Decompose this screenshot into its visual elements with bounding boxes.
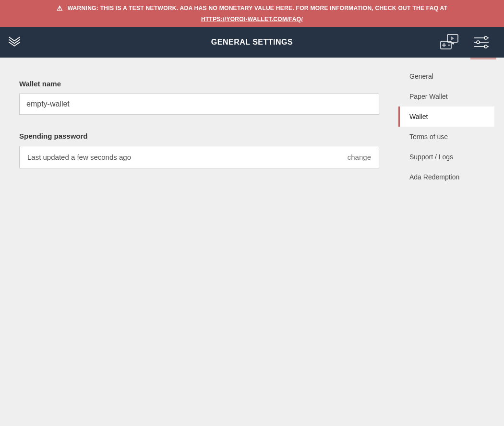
transfer-nav-button[interactable]	[439, 33, 460, 51]
sidebar-item-ada-redemption[interactable]: Ada Redemption	[398, 167, 494, 187]
spending-password-label: Spending password	[19, 132, 379, 140]
banner-faq-link[interactable]: HTTPS://YOROI-WALLET.COM/FAQ/	[201, 16, 303, 23]
header-logo-slot[interactable]	[0, 35, 29, 50]
page-title: GENERAL SETTINGS	[211, 38, 293, 47]
wallet-settings-spacer	[10, 183, 389, 423]
wallet-settings-card: Wallet name Spending password Last updat…	[10, 66, 389, 423]
yoroi-logo-icon	[8, 35, 21, 50]
password-updated-text: Last updated a few seconds ago	[27, 153, 131, 161]
change-password-link[interactable]: change	[348, 153, 371, 161]
settings-nav-button[interactable]	[473, 35, 490, 49]
wallet-name-label: Wallet name	[19, 80, 379, 88]
sidebar-item-general[interactable]: General	[398, 66, 494, 86]
settings-active-indicator	[470, 58, 496, 59]
spending-password-row: Last updated a few seconds ago change	[19, 146, 379, 168]
sidebar-item-wallet[interactable]: Wallet	[398, 106, 494, 127]
svg-point-5	[477, 41, 480, 44]
svg-point-7	[484, 45, 487, 48]
testnet-warning-banner: ⚠ WARNING: THIS IS A TEST NETWORK. ADA H…	[0, 0, 504, 27]
sidebar-item-support-logs[interactable]: Support / Logs	[398, 147, 494, 167]
transfer-cards-icon	[439, 33, 460, 51]
app-header: GENERAL SETTINGS	[0, 27, 504, 58]
warning-icon: ⚠	[57, 3, 63, 14]
wallet-name-input[interactable]	[19, 94, 379, 115]
sidebar-item-paper-wallet[interactable]: Paper Wallet	[398, 86, 494, 106]
svg-point-3	[484, 36, 487, 39]
settings-sliders-icon	[473, 35, 490, 49]
banner-text: WARNING: THIS IS A TEST NETWORK. ADA HAS…	[68, 5, 448, 12]
sidebar-item-terms-of-use[interactable]: Terms of use	[398, 127, 494, 147]
sidebar-bottom-strip	[398, 413, 494, 423]
settings-sidebar: General Paper Wallet Wallet Terms of use…	[398, 66, 494, 423]
